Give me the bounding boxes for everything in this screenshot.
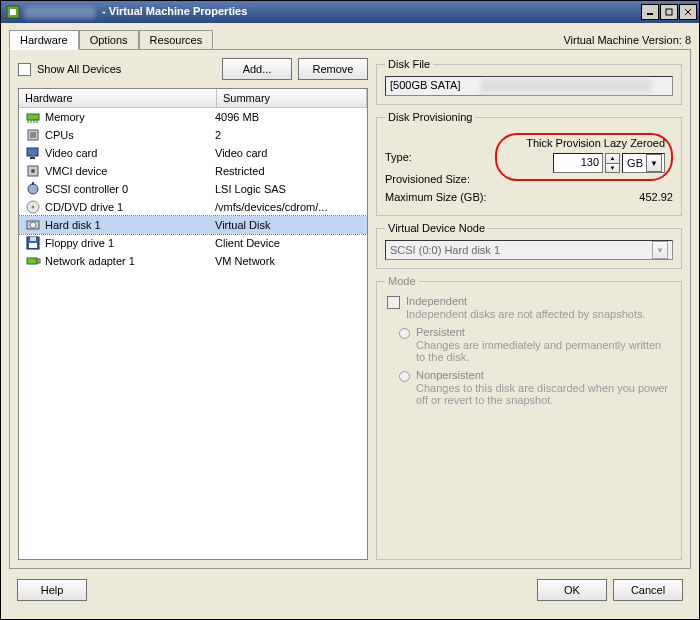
hardware-row[interactable]: Network adapter 1VM Network (19, 252, 367, 270)
hardware-summary: Virtual Disk (213, 219, 363, 231)
hdd-icon (25, 217, 41, 233)
highlight-oval: Thick Provision Lazy Zeroed 130 ▲▼ GB▼ (495, 133, 673, 181)
hardware-summary: /vmfs/devices/cdrom/... (213, 201, 363, 213)
svg-rect-25 (29, 243, 37, 248)
maximize-button[interactable] (660, 4, 678, 20)
svg-point-20 (32, 206, 35, 209)
disk-file-legend: Disk File (385, 58, 433, 70)
cd-icon (25, 199, 41, 215)
svg-rect-27 (37, 259, 40, 263)
hardware-row[interactable]: VMCI deviceRestricted (19, 162, 367, 180)
svg-rect-26 (27, 258, 37, 264)
svg-rect-6 (27, 114, 39, 120)
disk-file-field[interactable]: [500GB SATA] (385, 76, 673, 96)
redacted-name (25, 7, 95, 19)
col-hardware[interactable]: Hardware (19, 89, 217, 107)
chevron-down-icon: ▼ (652, 241, 668, 259)
help-button[interactable]: Help (17, 579, 87, 601)
col-summary[interactable]: Summary (217, 89, 367, 107)
independent-hint: Independent disks are not affected by sn… (406, 308, 673, 320)
hardware-table: Hardware Summary Memory4096 MBCPUs2Video… (18, 88, 368, 560)
show-all-devices-checkbox[interactable] (18, 63, 31, 76)
virtual-device-node-group: Virtual Device Node SCSI (0:0) Hard disk… (376, 222, 682, 269)
remove-button[interactable]: Remove (298, 58, 368, 80)
svg-rect-1 (10, 9, 16, 15)
add-button[interactable]: Add... (222, 58, 292, 80)
hardware-summary: Video card (213, 147, 363, 159)
disk-provisioning-legend: Disk Provisioning (385, 111, 475, 123)
floppy-icon (25, 235, 41, 251)
video-icon (25, 145, 41, 161)
hardware-name: Hard disk 1 (45, 219, 101, 231)
hardware-name: Floppy drive 1 (45, 237, 114, 249)
hardware-row[interactable]: SCSI controller 0LSI Logic SAS (19, 180, 367, 198)
size-spinner[interactable]: ▲▼ (605, 153, 620, 173)
mode-group: Mode Independent Independent disks are n… (376, 275, 682, 560)
show-all-devices-label: Show All Devices (37, 63, 121, 75)
hardware-table-header: Hardware Summary (19, 89, 367, 108)
svg-rect-14 (30, 157, 35, 159)
prov-type-label: Type: (385, 151, 495, 163)
cpu-icon (25, 127, 41, 143)
svg-point-16 (31, 169, 35, 173)
disk-provisioning-group: Disk Provisioning Type: Thick Provision … (376, 111, 682, 216)
memory-icon (25, 109, 41, 125)
hardware-row[interactable]: Video cardVideo card (19, 144, 367, 162)
nonpersistent-label: Nonpersistent (416, 369, 673, 381)
hardware-name: SCSI controller 0 (45, 183, 128, 195)
redacted-path (481, 79, 651, 93)
svg-rect-3 (666, 9, 672, 15)
hardware-row[interactable]: CD/DVD drive 1/vmfs/devices/cdrom/... (19, 198, 367, 216)
app-icon (5, 4, 21, 20)
tab-hardware[interactable]: Hardware (9, 30, 79, 50)
minimize-button[interactable] (641, 4, 659, 20)
max-size-value: 452.92 (545, 191, 673, 203)
scsi-icon (25, 181, 41, 197)
nic-icon (25, 253, 41, 269)
svg-rect-18 (32, 182, 34, 185)
hardware-summary: 2 (213, 129, 363, 141)
independent-label: Independent (406, 295, 673, 307)
hardware-summary: Restricted (213, 165, 363, 177)
tab-options[interactable]: Options (79, 30, 139, 50)
prov-size-label: Provisioned Size: (385, 173, 495, 185)
chevron-down-icon: ▼ (646, 154, 662, 172)
chip-icon (25, 163, 41, 179)
disk-file-group: Disk File [500GB SATA] (376, 58, 682, 105)
nonpersistent-hint: Changes to this disk are discarded when … (416, 382, 673, 406)
independent-checkbox (387, 296, 400, 309)
provisioned-size-input[interactable]: 130 (553, 153, 603, 173)
ok-button[interactable]: OK (537, 579, 607, 601)
hardware-row[interactable]: Hard disk 1Virtual Disk (19, 216, 367, 234)
svg-rect-12 (30, 132, 36, 138)
prov-type-value: Thick Provision Lazy Zeroed (526, 137, 665, 149)
vdn-select: SCSI (0:0) Hard disk 1 ▼ (385, 240, 673, 260)
vm-version-label: Virtual Machine Version: 8 (563, 34, 691, 49)
hardware-name: Video card (45, 147, 97, 159)
hardware-summary: LSI Logic SAS (213, 183, 363, 195)
window-title: - Virtual Machine Properties (25, 5, 641, 18)
hardware-row[interactable]: Floppy drive 1Client Device (19, 234, 367, 252)
svg-point-17 (28, 184, 38, 194)
hardware-name: Network adapter 1 (45, 255, 135, 267)
hardware-name: Memory (45, 111, 85, 123)
hardware-name: CD/DVD drive 1 (45, 201, 123, 213)
svg-rect-24 (30, 237, 36, 241)
hardware-name: VMCI device (45, 165, 107, 177)
persistent-radio (399, 328, 410, 339)
hardware-row[interactable]: Memory4096 MB (19, 108, 367, 126)
close-button[interactable] (679, 4, 697, 20)
max-size-label: Maximum Size (GB): (385, 191, 545, 203)
vm-properties-window: - Virtual Machine Properties Hardware Op… (0, 0, 700, 620)
size-unit-select[interactable]: GB▼ (622, 153, 665, 173)
hardware-row[interactable]: CPUs2 (19, 126, 367, 144)
cancel-button[interactable]: Cancel (613, 579, 683, 601)
persistent-label: Persistent (416, 326, 673, 338)
tab-resources[interactable]: Resources (139, 30, 214, 50)
persistent-hint: Changes are immediately and permanently … (416, 339, 673, 363)
vdn-legend: Virtual Device Node (385, 222, 488, 234)
hardware-name: CPUs (45, 129, 74, 141)
hardware-summary: Client Device (213, 237, 363, 249)
svg-point-22 (30, 222, 36, 228)
hardware-summary: 4096 MB (213, 111, 363, 123)
